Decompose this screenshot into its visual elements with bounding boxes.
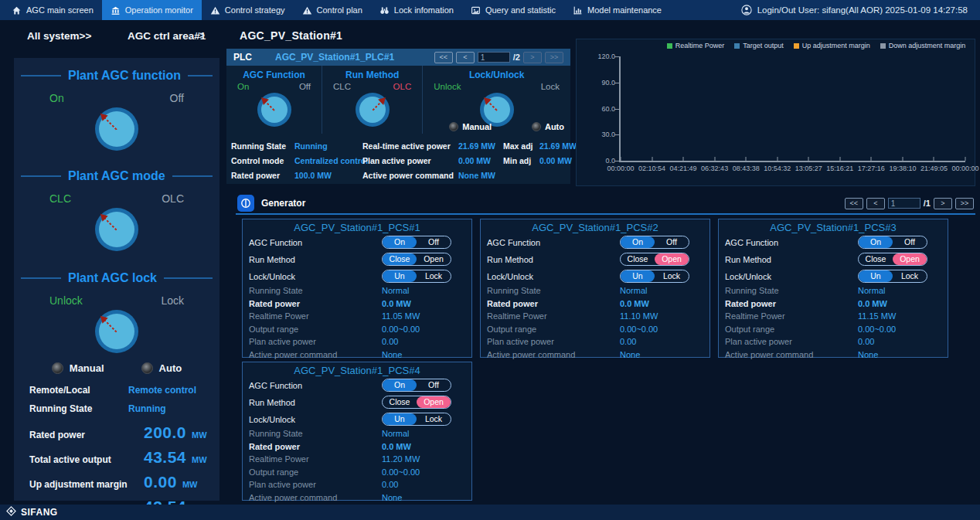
nav-item-query-and-statistic[interactable]: Query and statistic	[462, 0, 564, 20]
card-field-label: Run Method	[725, 255, 858, 264]
toggle-option[interactable]: Close	[383, 396, 417, 408]
x-axis-tick	[683, 157, 684, 161]
plant-agc-lock-knob[interactable]	[95, 310, 138, 353]
info-value: Running	[128, 403, 166, 414]
nav-item-model-maintenance[interactable]: Model maintenance	[564, 0, 670, 20]
toggle-option[interactable]: Off	[655, 236, 689, 248]
plant-info-block: Remote/LocalRemote controlRunning StateR…	[14, 385, 219, 414]
page-input[interactable]	[888, 198, 920, 209]
brand-name: SIFANG	[21, 507, 58, 518]
breadcrumb-area[interactable]: AGC ctrl area#1	[128, 30, 206, 42]
plc-knob-groups: AGC Function On Off Run Method CLC OLC L…	[226, 66, 570, 134]
toggle-option[interactable]: Un	[621, 270, 655, 282]
toggle-option[interactable]: Open	[417, 396, 451, 408]
session-text: Login/Out User: sifang(All AOR) 2025-01-…	[757, 5, 968, 15]
run-method-toggle[interactable]: CloseOpen	[858, 253, 927, 266]
page-input[interactable]	[478, 52, 510, 63]
toggle-option[interactable]: Off	[893, 236, 927, 248]
toggle-option[interactable]: On	[859, 236, 893, 248]
toggle-option[interactable]: Open	[417, 253, 451, 265]
toggle-option[interactable]: Un	[859, 270, 893, 282]
card-toggle-row: AGC FunctionOnOff	[487, 234, 703, 250]
lock-unlock-toggle[interactable]: UnLock	[382, 413, 451, 426]
plc-agc-function-knob[interactable]	[257, 93, 291, 127]
last-page-button[interactable]: >>	[545, 52, 563, 63]
first-page-button[interactable]: <<	[845, 198, 863, 209]
manual-radio[interactable]: Manual	[52, 362, 104, 374]
toggle-option[interactable]: Open	[893, 253, 927, 265]
stat-value: 21.69 MW	[458, 141, 503, 151]
card-field-value: 0.00~0.00	[382, 325, 420, 334]
pcs-card-title: AGC_PV_Station#1_PCS#3	[725, 222, 941, 233]
toggle-option[interactable]: Lock	[417, 413, 451, 425]
card-toggle-row: Run MethodCloseOpen	[249, 251, 465, 267]
radio-icon[interactable]	[52, 362, 63, 374]
toggle-option[interactable]: Open	[655, 253, 689, 265]
plc-agc-function-group: AGC Function On Off	[226, 66, 322, 134]
breadcrumb-all-system[interactable]: All system>>	[27, 30, 91, 42]
pcs-cards: AGC_PV_Station#1_PCS#1AGC FunctionOnOffR…	[242, 219, 948, 501]
card-value-row: Rated power0.0 MW	[487, 297, 703, 311]
run-method-toggle[interactable]: CloseOpen	[620, 253, 689, 266]
plc-header: PLC AGC_PV_Station#1_PLC#1 << < /2 > >>	[226, 49, 570, 66]
lock-unlock-toggle[interactable]: UnLock	[858, 270, 927, 283]
agc-function-toggle[interactable]: OnOff	[620, 236, 689, 249]
run-method-toggle[interactable]: CloseOpen	[382, 396, 451, 409]
toggle-option[interactable]: Lock	[417, 270, 451, 282]
first-page-button[interactable]: <<	[434, 52, 453, 63]
card-field-value: 0.00~0.00	[620, 325, 658, 334]
next-page-button[interactable]: >	[934, 198, 952, 209]
toggle-option[interactable]: Lock	[655, 270, 689, 282]
toggle-option[interactable]: Close	[383, 253, 417, 265]
toggle-option[interactable]: Un	[383, 270, 417, 282]
plc-manual-radio[interactable]: Manual	[449, 122, 492, 131]
card-toggle-row: AGC FunctionOnOff	[249, 377, 465, 393]
stat-value: 0.00	[144, 473, 177, 491]
nav-item-lock-infomation[interactable]: Lock infomation	[371, 0, 462, 20]
nav-item-operation-monitor[interactable]: Operation monitor	[102, 0, 202, 20]
lock-unlock-toggle[interactable]: UnLock	[382, 270, 451, 283]
nav-item-agc-main-screen[interactable]: AGC main screen	[3, 0, 102, 20]
last-page-button[interactable]: >>	[955, 198, 974, 209]
plant-agc-function-knob[interactable]	[95, 107, 138, 151]
lock-unlock-toggle[interactable]: UnLock	[620, 270, 689, 283]
prev-page-button[interactable]: <	[456, 52, 475, 63]
y-axis-tick-label: 30.0	[601, 131, 615, 138]
toggle-option[interactable]: Close	[859, 253, 893, 265]
card-field-label: AGC Function	[249, 381, 382, 390]
toggle-option[interactable]: Off	[417, 379, 451, 391]
toggle-option[interactable]: On	[383, 236, 417, 248]
radio-icon[interactable]	[449, 122, 458, 131]
next-page-button[interactable]: >	[523, 52, 542, 63]
radio-icon[interactable]	[532, 122, 541, 131]
agc-function-toggle[interactable]: OnOff	[382, 236, 451, 249]
agc-function-toggle[interactable]: OnOff	[382, 379, 451, 392]
user-session[interactable]: Login/Out User: sifang(All AOR) 2025-01-…	[741, 5, 980, 15]
section-title-text: Plant AGC mode	[68, 169, 165, 183]
plc-auto-radio[interactable]: Auto	[532, 122, 564, 131]
plc-run-method-knob[interactable]	[356, 93, 390, 127]
x-axis-tick	[934, 157, 934, 161]
section-title-text: Plant AGC function	[68, 69, 181, 83]
nav-item-control-plan[interactable]: Control plan	[294, 0, 371, 20]
toggle-option[interactable]: On	[621, 236, 655, 248]
card-field-label: AGC Function	[725, 238, 858, 247]
card-value-row: Rated power0.0 MW	[249, 440, 465, 454]
toggle-option[interactable]: Lock	[893, 270, 927, 282]
nav-item-control-strategy[interactable]: Control strategy	[202, 0, 294, 20]
prev-page-button[interactable]: <	[866, 198, 885, 209]
plant-agc-mode-knob[interactable]	[95, 208, 138, 251]
radio-icon[interactable]	[141, 362, 153, 374]
auto-radio[interactable]: Auto	[141, 362, 182, 374]
toggle-option[interactable]: Close	[621, 253, 655, 265]
toggle-option[interactable]: Un	[383, 413, 417, 425]
x-axis-tick-label: 17:27:16	[858, 165, 885, 172]
toggle-option[interactable]: Off	[417, 236, 451, 248]
x-axis-tick-label: 08:43:38	[733, 165, 760, 172]
plc-name[interactable]: AGC_PV_Station#1_PLC#1	[275, 52, 394, 63]
legend-item: Down adjustment margin	[880, 42, 966, 49]
agc-function-toggle[interactable]: OnOff	[858, 236, 927, 249]
card-field-label: Running State	[725, 286, 858, 295]
run-method-toggle[interactable]: CloseOpen	[382, 253, 451, 266]
toggle-option[interactable]: On	[383, 379, 417, 391]
